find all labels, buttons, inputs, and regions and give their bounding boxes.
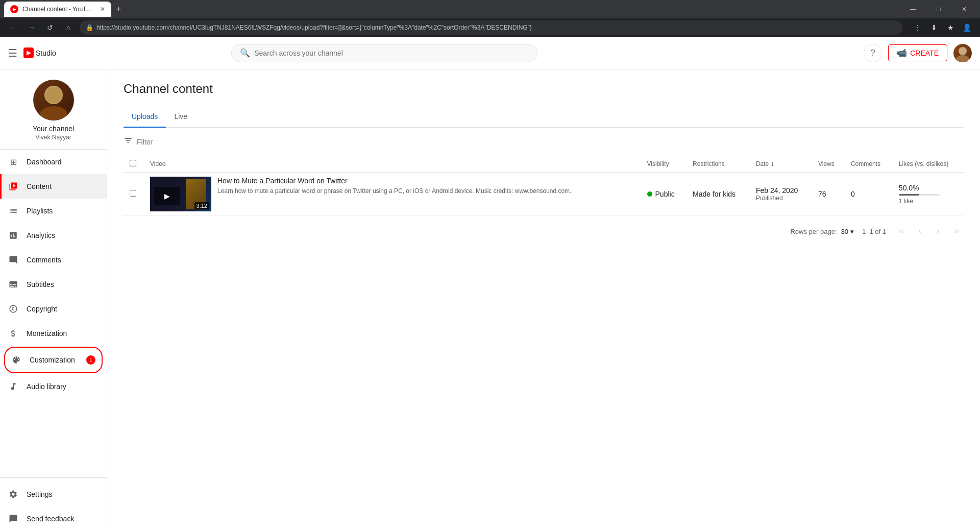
menu-icon[interactable]: ☰ <box>8 47 17 59</box>
minimize-button[interactable]: — <box>901 0 925 18</box>
app-layout: ☰ ▶ Studio 🔍 ? 📹 CREATE <box>0 37 980 531</box>
topbar: ☰ ▶ Studio 🔍 ? 📹 CREATE <box>0 37 980 69</box>
row-visibility-cell: Public <box>641 173 687 216</box>
last-page-button[interactable] <box>949 224 964 238</box>
th-likes: Likes (vs. dislikes) <box>893 156 964 173</box>
svg-point-4 <box>45 87 62 103</box>
video-info: ▶ 3:12 How to Mute a Particular Word on … <box>150 177 635 211</box>
row-date-cell: Feb 24, 2020 Published <box>750 173 812 216</box>
th-date[interactable]: Date ↓ <box>750 156 812 173</box>
row-likes-cell: 50.0% 1 like <box>893 173 964 216</box>
filter-icon[interactable] <box>124 136 133 148</box>
rows-per-page-select[interactable]: 30 ▾ <box>841 228 854 235</box>
sidebar-item-audio[interactable]: Audio library <box>0 374 107 399</box>
sidebar-item-subtitles[interactable]: Subtitles <box>0 272 107 297</box>
monetization-icon <box>8 328 18 339</box>
row-restrictions-cell: Made for kids <box>687 173 750 216</box>
row-checkbox-cell[interactable] <box>124 173 144 216</box>
yt-logo: ▶ Studio <box>23 47 56 58</box>
download-button[interactable]: ⬇ <box>927 20 941 35</box>
rows-per-page-value: 30 <box>841 228 848 235</box>
close-tab-icon[interactable]: ✕ <box>100 6 105 13</box>
analytics-icon <box>8 230 18 240</box>
rows-per-page-label: Rows per page: <box>790 228 837 235</box>
table-row: ▶ 3:12 How to Mute a Particular Word on … <box>124 173 964 216</box>
filter-bar <box>124 136 964 148</box>
address-bar: ← → ↺ ⌂ 🔒 https://studio.youtube.com/cha… <box>0 18 980 37</box>
back-button[interactable]: ← <box>6 20 20 35</box>
sidebar-item-subtitles-label: Subtitles <box>27 280 54 288</box>
row-checkbox[interactable] <box>130 190 136 197</box>
maximize-button[interactable]: □ <box>927 0 950 18</box>
video-title[interactable]: How to Mute a Particular Word on Twitter <box>217 177 571 185</box>
create-button[interactable]: 📹 CREATE <box>888 44 947 61</box>
next-page-button[interactable] <box>931 224 945 238</box>
sidebar-item-monetization[interactable]: Monetization <box>0 321 107 346</box>
th-video: Video <box>144 156 641 173</box>
th-select-all[interactable] <box>124 156 144 173</box>
sort-arrow-icon: ↓ <box>771 160 774 167</box>
copyright-icon <box>8 304 18 314</box>
channel-avatar-inner <box>33 80 74 120</box>
sidebar-item-feedback[interactable]: Send feedback <box>0 506 107 531</box>
sidebar-item-settings[interactable]: Settings <box>0 482 107 506</box>
nav-spacer <box>0 399 107 473</box>
tab-live[interactable]: Live <box>166 106 195 128</box>
first-page-button[interactable] <box>894 224 909 238</box>
new-tab-button[interactable]: + <box>111 2 126 16</box>
active-tab[interactable]: ▶ Channel content - YouTube St... ✕ <box>4 2 111 17</box>
sidebar-item-content[interactable]: Content <box>0 174 107 199</box>
tab-title: Channel content - YouTube St... <box>22 6 94 13</box>
row-comments-cell: 0 <box>845 173 893 216</box>
channel-avatar[interactable] <box>33 80 74 120</box>
views-value: 76 <box>818 190 826 198</box>
rows-per-page: Rows per page: 30 ▾ <box>790 228 854 235</box>
search-input[interactable] <box>254 49 529 57</box>
sidebar-item-comments[interactable]: Comments <box>0 248 107 272</box>
sidebar-item-customization[interactable]: Customization 1 <box>5 348 102 372</box>
sidebar-item-customization-label: Customization <box>30 356 75 364</box>
refresh-button[interactable]: ↺ <box>43 20 57 35</box>
home-button[interactable]: ⌂ <box>61 20 76 35</box>
window-controls: — □ ✕ <box>901 0 976 18</box>
sidebar-item-playlists-label: Playlists <box>27 207 53 215</box>
content-icon <box>8 181 18 191</box>
yt-logo-icon: ▶ <box>23 47 34 58</box>
sidebar-item-content-label: Content <box>27 182 52 190</box>
help-button[interactable]: ? <box>864 44 882 62</box>
extensions-button[interactable]: ⋮ <box>911 20 925 35</box>
sidebar-item-analytics[interactable]: Analytics <box>0 223 107 248</box>
select-all-checkbox[interactable] <box>130 160 136 166</box>
sidebar-item-audio-label: Audio library <box>27 382 66 391</box>
subtitles-icon <box>8 279 18 289</box>
avatar[interactable] <box>953 44 972 62</box>
customization-icon <box>11 355 21 365</box>
forward-button[interactable]: → <box>24 20 39 35</box>
close-button[interactable]: ✕ <box>952 0 976 18</box>
tab-uploads[interactable]: Uploads <box>124 106 166 128</box>
sidebar-item-analytics-label: Analytics <box>27 231 55 239</box>
feedback-icon <box>8 514 18 524</box>
sidebar-item-dashboard[interactable]: ⊞ Dashboard <box>0 150 107 174</box>
sidebar-item-monetization-label: Monetization <box>27 329 67 337</box>
likes-pct: 50.0% <box>899 184 919 192</box>
svg-point-1 <box>955 55 970 62</box>
th-views: Views <box>812 156 845 173</box>
content-area: Channel content Uploads Live <box>107 69 980 259</box>
nav-divider <box>0 477 107 478</box>
prev-page-button[interactable] <box>913 224 927 238</box>
visibility-label: Public <box>655 190 675 198</box>
pagination: Rows per page: 30 ▾ 1–1 of 1 <box>124 216 964 247</box>
sidebar-item-copyright[interactable]: Copyright <box>0 297 107 321</box>
video-thumbnail[interactable]: ▶ 3:12 <box>150 177 211 211</box>
address-input[interactable]: 🔒 https://studio.youtube.com/channel/UC3… <box>80 20 902 35</box>
profile-button[interactable]: 👤 <box>960 20 974 35</box>
channel-info: Your channel Vivek Nayyar <box>0 69 107 150</box>
search-box[interactable]: 🔍 <box>231 44 537 62</box>
filter-input[interactable] <box>137 138 964 146</box>
likes-bar-fill <box>899 194 919 196</box>
bookmark-button[interactable]: ★ <box>943 20 958 35</box>
sidebar-item-playlists[interactable]: Playlists <box>0 199 107 223</box>
page-title: Channel content <box>124 82 964 96</box>
topbar-search: 🔍 <box>231 44 537 62</box>
